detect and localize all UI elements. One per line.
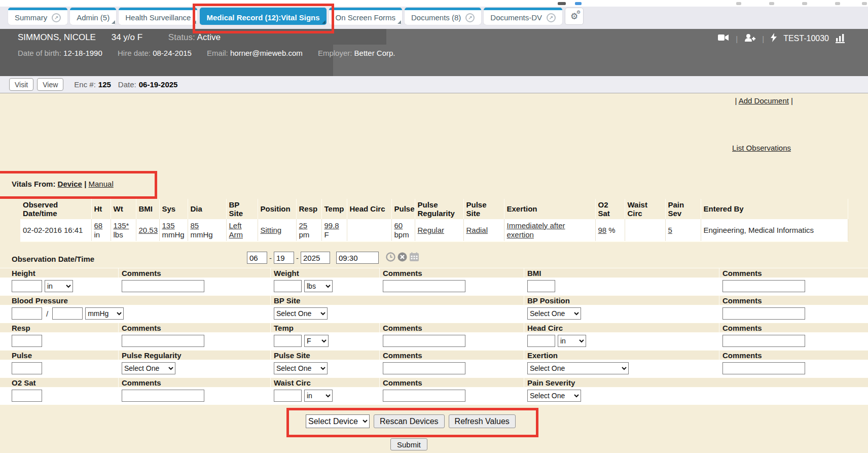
waist-circ-input[interactable] xyxy=(274,390,302,402)
height-comments-input[interactable] xyxy=(122,280,204,292)
clock-icon[interactable] xyxy=(386,252,395,263)
sys-value-link[interactable]: 135 xyxy=(162,221,175,230)
wt-value-link[interactable]: 135* xyxy=(114,221,129,230)
height-input[interactable] xyxy=(12,280,42,292)
refresh-values-button[interactable]: Refresh Values xyxy=(449,414,516,428)
bmi-input[interactable] xyxy=(527,280,555,292)
tab-on-screen-forms[interactable]: On Screen Forms xyxy=(329,8,402,25)
vitals-from-manual-link[interactable]: Manual xyxy=(89,180,114,188)
view-button[interactable]: View xyxy=(37,78,63,91)
flowsheet-chart-icon[interactable] xyxy=(836,34,845,43)
ht-value-link[interactable]: 68 xyxy=(94,221,103,230)
head-circ-unit-select[interactable]: in xyxy=(558,335,586,347)
bp-diastolic-input[interactable] xyxy=(52,307,83,320)
dia-value-link[interactable]: 85 xyxy=(191,221,199,230)
temp-value-link[interactable]: 99.8 xyxy=(324,221,339,230)
resp-comments-input[interactable] xyxy=(122,335,204,347)
tab-health-surveillance[interactable]: Health Surveillance xyxy=(119,8,197,25)
form-label-row-2: Blood Pressure BP Site BP Position Comme… xyxy=(0,295,868,305)
pulse-value-link[interactable]: 60 xyxy=(394,221,403,230)
obs-month-input[interactable] xyxy=(247,252,267,264)
form-label-row-3: Resp Comments Temp Comments Head Circ Co… xyxy=(0,323,868,333)
head-circ-label: Head Circ xyxy=(527,324,563,332)
o2-value-link[interactable]: 98 xyxy=(598,226,607,234)
weight-comments-input[interactable] xyxy=(383,280,465,292)
temp-input[interactable] xyxy=(274,335,302,347)
weight-input[interactable] xyxy=(274,280,302,292)
waist-circ-comments-input[interactable] xyxy=(383,390,465,402)
resp-unit: pm xyxy=(299,230,310,239)
cell-pulse-site: Radial xyxy=(463,219,504,241)
pain-severity-label: Pain Severity xyxy=(527,378,575,387)
open-in-new-window-icon[interactable]: ↗ xyxy=(465,13,475,22)
open-in-new-window-icon[interactable]: ↗ xyxy=(52,13,61,22)
head-circ-input[interactable] xyxy=(527,335,555,347)
tab-medical-record-vital-signs[interactable]: Medical Record (12):Vital Signs xyxy=(200,8,326,25)
rescan-devices-button[interactable]: Rescan Devices xyxy=(374,414,445,428)
cell-temp: 99.8 F xyxy=(321,219,347,241)
date-dash: - xyxy=(296,254,299,262)
temp-comments-input[interactable] xyxy=(383,335,465,347)
waist-circ-unit-select[interactable]: in xyxy=(304,390,333,402)
obs-year-input[interactable] xyxy=(301,252,330,264)
submit-button[interactable]: Submit xyxy=(390,438,427,450)
position-link[interactable]: Sitting xyxy=(261,226,282,234)
o2-sat-input[interactable] xyxy=(12,390,42,402)
pain-sev-link[interactable]: 5 xyxy=(668,226,672,234)
bp-site-select[interactable]: Select One xyxy=(274,307,328,320)
bp-systolic-input[interactable] xyxy=(12,307,42,320)
exertion-comments-input[interactable] xyxy=(722,362,805,374)
status-value: Active xyxy=(197,32,221,42)
pulse-regularity-select[interactable]: Select One xyxy=(122,362,175,374)
bp-position-select[interactable]: Select One xyxy=(527,307,581,320)
o2-sat-comments-input[interactable] xyxy=(122,390,204,402)
add-document-link[interactable]: Add Document xyxy=(739,96,789,105)
obs-time-input[interactable] xyxy=(336,252,379,264)
pulse-regularity-link[interactable]: Regular xyxy=(418,226,445,234)
tab-documents-dv[interactable]: Documents-DV ↗ xyxy=(484,8,562,25)
open-in-new-window-icon[interactable]: ↗ xyxy=(547,13,556,22)
calendar-icon[interactable] xyxy=(409,252,419,263)
bmi-comments-input[interactable] xyxy=(722,280,805,292)
obs-day-input[interactable] xyxy=(274,252,294,264)
tab-summary[interactable]: Summary ↗ xyxy=(8,8,67,25)
exertion-select[interactable]: Select One xyxy=(527,362,629,374)
tab-admin[interactable]: Admin (5) xyxy=(70,8,116,25)
weight-unit-select[interactable]: lbs xyxy=(304,280,333,292)
resp-input[interactable] xyxy=(12,335,42,347)
lightning-icon[interactable] xyxy=(771,33,777,44)
vitals-from-device-link[interactable]: Device xyxy=(58,180,82,188)
browser-icon-fragment xyxy=(736,2,741,5)
tab-documents[interactable]: Documents (8) ↗ xyxy=(405,8,481,25)
pipe: | xyxy=(791,96,793,105)
add-person-icon[interactable] xyxy=(744,33,755,44)
pipe: | xyxy=(735,96,737,105)
pulse-input[interactable] xyxy=(12,362,42,374)
observation-datetime-row: Observation Date/Time - - xyxy=(0,252,868,268)
pulse-site-link[interactable]: Radial xyxy=(466,226,488,234)
temp-unit-select[interactable]: F xyxy=(304,335,329,347)
bp-comments-input[interactable] xyxy=(722,307,805,320)
height-label: Height xyxy=(12,269,35,277)
form-label-row-1: Height Comments Weight Comments BMI Comm… xyxy=(0,268,868,278)
head-circ-comments-input[interactable] xyxy=(722,335,805,347)
select-device-dropdown[interactable]: Select Device xyxy=(306,414,370,428)
cell-ht: 68in xyxy=(91,219,111,241)
bp-site-link[interactable]: Left Arm xyxy=(229,221,243,239)
visit-button[interactable]: Visit xyxy=(9,78,33,91)
col-temp: Temp xyxy=(321,199,347,219)
list-observations-link[interactable]: List Observations xyxy=(732,144,791,152)
pulse-site-select[interactable]: Select One xyxy=(274,362,328,374)
bmi-value-link[interactable]: 20.53 xyxy=(139,226,158,234)
cell-position: Sitting xyxy=(258,219,296,241)
clear-icon[interactable] xyxy=(397,252,407,263)
tab-settings-button[interactable]: ⚙ ⚙ xyxy=(565,8,584,25)
pain-severity-select[interactable]: Select One xyxy=(527,390,581,402)
exertion-link[interactable]: Immediately after exertion xyxy=(507,221,565,239)
bp-unit-select[interactable]: mmHg xyxy=(85,307,124,320)
video-camera-icon[interactable] xyxy=(718,33,729,44)
pulse-comments-input[interactable] xyxy=(383,362,465,374)
height-unit-select[interactable]: in xyxy=(45,280,73,292)
resp-value-link[interactable]: 25 xyxy=(299,221,308,230)
col-pulse: Pulse xyxy=(391,199,415,219)
